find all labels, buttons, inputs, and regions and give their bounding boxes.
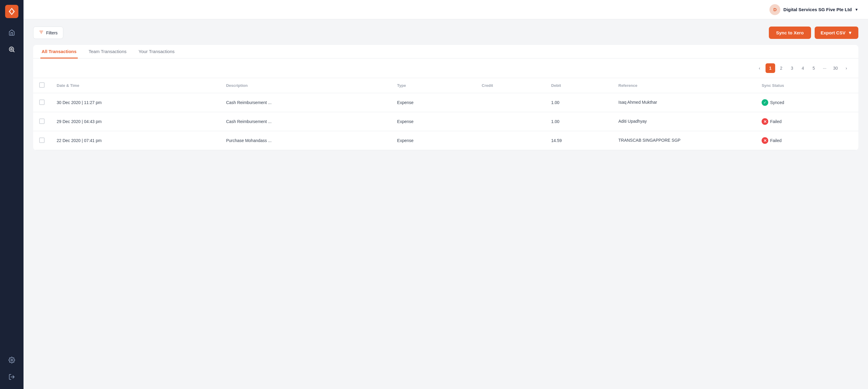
table-row: 30 Dec 2020 | 11:27 pm Cash Reimbursemen… <box>33 93 858 112</box>
transactions-table-container: All Transactions Team Transactions Your … <box>33 45 858 150</box>
row-checkbox-2[interactable] <box>39 138 44 143</box>
row-description-0: Cash Reimbursement ... <box>220 93 391 112</box>
pagination: ‹ 1 2 3 4 5 ··· 30 › <box>33 59 858 78</box>
row-checkbox-cell-1[interactable] <box>33 112 51 131</box>
pagination-page-5[interactable]: 5 <box>809 63 818 73</box>
row-description-2: Purchase Mohandass ... <box>220 131 391 150</box>
col-header-sync-status: Sync Status <box>755 78 858 93</box>
sidebar <box>0 0 24 389</box>
tab-your-transactions[interactable]: Your Transactions <box>137 45 176 59</box>
toolbar-actions: Sync to Xero Export CSV ▼ <box>769 27 858 39</box>
col-header-date: Date & Time <box>51 78 220 93</box>
col-header-type: Type <box>391 78 476 93</box>
status-icon-1: ✕ <box>762 118 768 125</box>
status-text-0: Synced <box>770 100 784 105</box>
row-reference-0: Isaq Ahmed Mukthar <box>613 93 755 112</box>
row-date-2: 22 Dec 2020 | 07:41 pm <box>51 131 220 150</box>
topbar: D Digital Services SG Five Pte Ltd ▼ <box>24 0 868 19</box>
row-credit-1 <box>475 112 545 131</box>
filter-icon <box>39 30 44 36</box>
pagination-page-2[interactable]: 2 <box>776 63 786 73</box>
pagination-next[interactable]: › <box>841 63 851 73</box>
col-header-credit: Credit <box>475 78 545 93</box>
select-all-checkbox[interactable] <box>39 82 44 88</box>
row-credit-2 <box>475 131 545 150</box>
col-header-debit: Debit <box>545 78 613 93</box>
row-checkbox-cell-2[interactable] <box>33 131 51 150</box>
main-content: D Digital Services SG Five Pte Ltd ▼ Fil… <box>24 0 868 389</box>
transactions-table: Date & Time Description Type Credit Debi… <box>33 78 858 150</box>
content-area: Filters Sync to Xero Export CSV ▼ All Tr… <box>24 19 868 389</box>
row-date-0: 30 Dec 2020 | 11:27 pm <box>51 93 220 112</box>
row-type-1: Expense <box>391 112 476 131</box>
sidebar-item-settings[interactable] <box>4 353 19 367</box>
sidebar-bottom <box>4 353 19 384</box>
pagination-page-4[interactable]: 4 <box>798 63 808 73</box>
row-credit-0 <box>475 93 545 112</box>
tab-team-transactions[interactable]: Team Transactions <box>87 45 128 59</box>
row-checkbox-0[interactable] <box>39 99 44 105</box>
pagination-page-30[interactable]: 30 <box>831 63 840 73</box>
status-badge-1: ✕ Failed <box>762 118 781 125</box>
row-sync-status-2: ✕ Failed <box>755 131 858 150</box>
pagination-prev[interactable]: ‹ <box>755 63 764 73</box>
row-debit-1: 1.00 <box>545 112 613 131</box>
row-debit-2: 14.59 <box>545 131 613 150</box>
row-reference-1: Aditi Upadhyay <box>613 112 755 131</box>
row-type-0: Expense <box>391 93 476 112</box>
row-checkbox-cell-0[interactable] <box>33 93 51 112</box>
transaction-tabs: All Transactions Team Transactions Your … <box>40 45 851 58</box>
pagination-page-1[interactable]: 1 <box>766 63 775 73</box>
pagination-page-3[interactable]: 3 <box>787 63 797 73</box>
sidebar-item-home[interactable] <box>4 25 19 40</box>
row-type-2: Expense <box>391 131 476 150</box>
row-checkbox-1[interactable] <box>39 119 44 124</box>
pagination-ellipsis: ··· <box>820 63 830 73</box>
filter-button[interactable]: Filters <box>33 27 63 39</box>
sidebar-nav <box>4 25 19 353</box>
sidebar-item-transactions[interactable] <box>4 42 19 57</box>
company-selector[interactable]: D Digital Services SG Five Pte Ltd ▼ <box>770 4 858 15</box>
select-all-header[interactable] <box>33 78 51 93</box>
table-row: 29 Dec 2020 | 04:43 pm Cash Reimbursemen… <box>33 112 858 131</box>
sync-xero-button[interactable]: Sync to Xero <box>769 27 811 39</box>
filter-label: Filters <box>46 30 58 35</box>
svg-point-4 <box>11 359 13 361</box>
table-row: 22 Dec 2020 | 07:41 pm Purchase Mohandas… <box>33 131 858 150</box>
sidebar-item-logout[interactable] <box>4 370 19 384</box>
status-icon-2: ✕ <box>762 137 768 144</box>
logo[interactable] <box>5 5 19 18</box>
chevron-down-icon: ▼ <box>855 7 858 12</box>
row-sync-status-1: ✕ Failed <box>755 112 858 131</box>
col-header-reference: Reference <box>613 78 755 93</box>
status-badge-2: ✕ Failed <box>762 137 781 144</box>
svg-line-3 <box>13 51 14 52</box>
row-description-1: Cash Reimbursement ... <box>220 112 391 131</box>
col-header-description: Description <box>220 78 391 93</box>
status-text-1: Failed <box>770 119 781 124</box>
row-sync-status-0: ✓ Synced <box>755 93 858 112</box>
export-label: Export CSV <box>821 30 846 35</box>
export-csv-button[interactable]: Export CSV ▼ <box>815 27 858 39</box>
status-icon-0: ✓ <box>762 99 768 106</box>
tab-all-transactions[interactable]: All Transactions <box>40 45 78 59</box>
company-avatar: D <box>770 4 780 15</box>
row-debit-0: 1.00 <box>545 93 613 112</box>
row-date-1: 29 Dec 2020 | 04:43 pm <box>51 112 220 131</box>
svg-point-2 <box>10 48 12 50</box>
export-chevron-icon: ▼ <box>848 30 852 35</box>
status-text-2: Failed <box>770 138 781 143</box>
status-badge-0: ✓ Synced <box>762 99 784 106</box>
toolbar: Filters Sync to Xero Export CSV ▼ <box>33 27 858 39</box>
company-name: Digital Services SG Five Pte Ltd <box>783 7 852 12</box>
row-reference-2: TRANSCAB SINGAPPORE SGP <box>613 131 755 150</box>
